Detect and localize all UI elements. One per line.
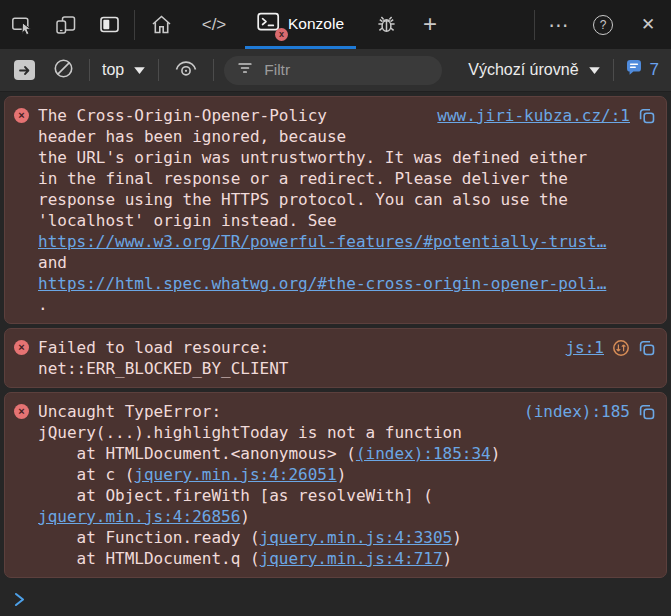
console-messages: ×www.jiri-kubza.cz/:1The Cross-Origin-Op…: [0, 96, 671, 578]
message-link[interactable]: https://www.w3.org/TR/powerful-features/…: [38, 232, 606, 251]
bug-icon: [375, 13, 398, 36]
message-link[interactable]: jquery.min.js:4:26856: [38, 507, 240, 526]
clear-console-button[interactable]: [46, 55, 81, 85]
close-icon: ✕: [641, 14, 655, 35]
source-location-link[interactable]: js:1: [565, 337, 604, 358]
sources-tab-button[interactable]: </>: [185, 0, 243, 49]
debugger-tab-button[interactable]: [364, 0, 408, 49]
help-button[interactable]: ?: [581, 0, 625, 49]
message-link[interactable]: jquery.min.js:4:717: [260, 549, 443, 568]
add-tab-button[interactable]: +: [408, 0, 452, 49]
console-toolbar: top Výchozí úrovně: [0, 49, 671, 92]
message-meta: (index):185: [524, 401, 656, 422]
clear-console-icon: [52, 57, 75, 84]
console-area: ×www.jiri-kubza.cz/:1The Cross-Origin-Op…: [0, 92, 671, 616]
message-text-segment: and: [38, 253, 67, 272]
chevron-down-icon: [133, 66, 146, 75]
eye-icon: [173, 57, 199, 84]
device-emulation-icon: [55, 14, 77, 36]
dock-side-icon: [99, 14, 121, 36]
home-tab-button[interactable]: [137, 0, 185, 49]
source-location-link[interactable]: (index):185: [524, 401, 630, 422]
copy-icon[interactable]: [638, 339, 656, 357]
tabbar-separator: [134, 10, 135, 40]
message-text: Uncaught TypeError: jQuery(...).highligh…: [38, 401, 656, 569]
console-error-badge: x: [275, 28, 288, 41]
issues-counter-button[interactable]: 7: [622, 58, 661, 82]
issues-count: 7: [650, 60, 659, 80]
more-icon: ⋯: [549, 13, 570, 37]
source-location-link[interactable]: www.jiri-kubza.cz/:1: [437, 105, 630, 126]
filter-input[interactable]: [262, 60, 430, 80]
home-icon: [150, 13, 173, 36]
network-icon[interactable]: [612, 339, 630, 357]
context-selector-label: top: [102, 61, 124, 79]
close-devtools-button[interactable]: ✕: [625, 0, 671, 49]
tabbar-separator: [534, 10, 535, 40]
plus-icon: +: [423, 10, 437, 38]
toolbar-separator: [613, 59, 614, 81]
issues-bubble-icon: [624, 58, 644, 82]
error-icon: ×: [14, 340, 29, 355]
message-link[interactable]: jquery.min.js:4:3305: [260, 528, 453, 547]
context-selector[interactable]: top: [98, 61, 150, 79]
console-prompt-chevron-icon: [13, 591, 26, 608]
filter-box: [224, 56, 442, 85]
tab-console[interactable]: x Konzole: [245, 0, 356, 49]
inspect-icon: [11, 14, 33, 36]
message-text-segment: Failed to load resource: net::ERR_BLOCKE…: [38, 338, 288, 378]
console-message: ×(index):185Uncaught TypeError: jQuery(.…: [4, 392, 667, 578]
message-text-segment: ): [443, 549, 453, 568]
message-text: Failed to load resource: net::ERR_BLOCKE…: [38, 337, 656, 379]
message-link[interactable]: (index):185:34: [356, 444, 491, 463]
help-icon: ?: [593, 15, 613, 35]
toolbar-separator: [158, 59, 159, 81]
copy-icon[interactable]: [638, 403, 656, 421]
error-icon: ×: [14, 404, 29, 419]
console-sidebar-toggle[interactable]: [8, 55, 41, 85]
console-message: ×js:1Failed to load resource: net::ERR_B…: [4, 328, 667, 388]
log-levels-selector[interactable]: Výchozí úrovně: [464, 61, 604, 79]
devtools-tabbar: </> x Konzole: [0, 0, 671, 49]
console-sidebar-icon: [14, 60, 35, 80]
error-icon: ×: [14, 108, 29, 123]
message-text: The Cross-Origin-Opener-Policy header ha…: [38, 105, 656, 315]
message-meta: js:1: [565, 337, 656, 358]
message-text-segment: .: [38, 295, 48, 314]
code-icon: </>: [202, 15, 227, 35]
console-prompt-row[interactable]: [0, 582, 671, 608]
devtools-window: </> x Konzole: [0, 0, 671, 616]
copy-icon[interactable]: [638, 107, 656, 125]
toolbar-separator: [213, 59, 214, 81]
inspect-element-button[interactable]: [0, 0, 44, 49]
message-meta: www.jiri-kubza.cz/:1: [437, 105, 656, 126]
message-link[interactable]: jquery.min.js:4:26051: [134, 465, 336, 484]
more-options-button[interactable]: ⋯: [537, 0, 581, 49]
console-message: ×www.jiri-kubza.cz/:1The Cross-Origin-Op…: [4, 96, 667, 324]
message-link[interactable]: https://html.spec.whatwg.org/#the-cross-…: [38, 274, 606, 293]
device-emulation-button[interactable]: [44, 0, 88, 49]
console-icon-wrap: x: [257, 12, 280, 36]
toolbar-separator: [89, 59, 90, 81]
filter-icon: [236, 59, 254, 81]
live-expression-button[interactable]: [167, 55, 205, 85]
chevron-down-icon: [588, 66, 601, 75]
log-levels-label: Výchozí úrovně: [468, 61, 578, 79]
dock-side-button[interactable]: [88, 0, 132, 49]
console-tab-label: Konzole: [288, 15, 344, 33]
